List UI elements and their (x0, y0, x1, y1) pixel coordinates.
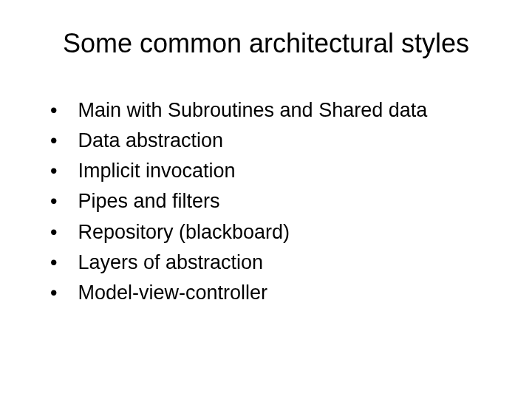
bullet-text: Repository (blackboard) (78, 218, 290, 247)
bullet-text: Layers of abstraction (78, 248, 263, 277)
bullet-text: Implicit invocation (78, 157, 235, 185)
list-item: • Pipes and filters (50, 187, 502, 216)
bullet-text: Data abstraction (78, 126, 223, 155)
list-item: • Model-view-controller (50, 279, 502, 307)
bullet-icon: • (50, 96, 57, 125)
bullet-text: Pipes and filters (78, 187, 219, 216)
list-item: • Implicit invocation (50, 157, 502, 185)
list-item: • Main with Subroutines and Shared data (50, 96, 502, 125)
list-item: • Repository (blackboard) (50, 218, 502, 247)
bullet-icon: • (50, 157, 57, 185)
bullet-list: • Main with Subroutines and Shared data … (30, 96, 502, 307)
bullet-text: Main with Subroutines and Shared data (78, 96, 427, 125)
bullet-icon: • (50, 279, 57, 307)
bullet-icon: • (50, 218, 57, 247)
slide-title: Some common architectural styles (30, 28, 502, 59)
bullet-text: Model-view-controller (78, 279, 267, 307)
bullet-icon: • (50, 187, 57, 216)
bullet-icon: • (50, 126, 57, 155)
slide-container: Some common architectural styles • Main … (0, 0, 532, 399)
bullet-icon: • (50, 248, 57, 277)
list-item: • Layers of abstraction (50, 248, 502, 277)
list-item: • Data abstraction (50, 126, 502, 155)
